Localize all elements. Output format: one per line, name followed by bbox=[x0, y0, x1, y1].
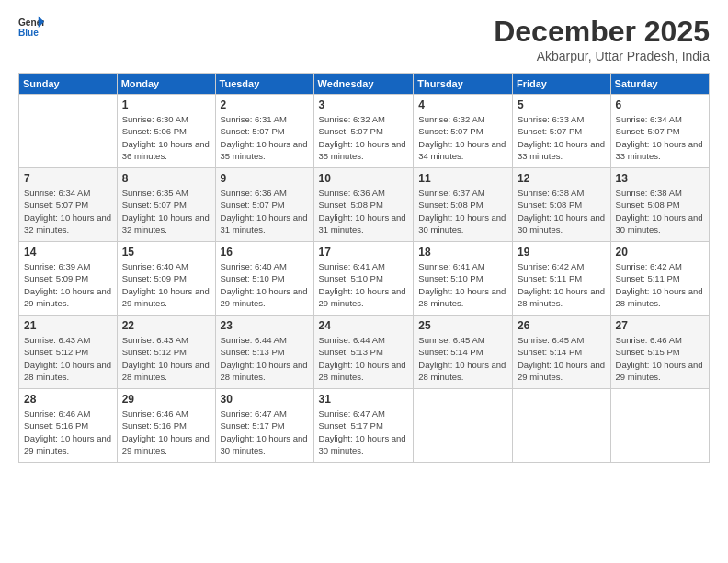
table-row: 14 Sunrise: 6:39 AMSunset: 5:09 PMDaylig… bbox=[19, 242, 118, 316]
day-detail: Sunrise: 6:45 AMSunset: 5:14 PMDaylight:… bbox=[518, 335, 605, 382]
day-detail: Sunrise: 6:33 AMSunset: 5:07 PMDaylight:… bbox=[518, 114, 605, 161]
table-row: 25 Sunrise: 6:45 AMSunset: 5:14 PMDaylig… bbox=[414, 316, 513, 389]
calendar-week-0: 1 Sunrise: 6:30 AMSunset: 5:06 PMDayligh… bbox=[19, 95, 710, 168]
col-friday: Friday bbox=[512, 74, 610, 95]
day-detail: Sunrise: 6:46 AMSunset: 5:15 PMDaylight:… bbox=[616, 335, 703, 382]
day-number: 23 bbox=[221, 319, 309, 332]
day-detail: Sunrise: 6:34 AMSunset: 5:07 PMDaylight:… bbox=[24, 188, 111, 235]
table-row: 22 Sunrise: 6:43 AMSunset: 5:12 PMDaylig… bbox=[117, 316, 215, 389]
table-row bbox=[512, 389, 610, 463]
col-saturday: Saturday bbox=[610, 74, 709, 95]
table-row bbox=[610, 389, 709, 463]
col-tuesday: Tuesday bbox=[215, 74, 313, 95]
day-number: 4 bbox=[418, 98, 507, 111]
col-thursday: Thursday bbox=[414, 74, 513, 95]
table-row bbox=[414, 389, 513, 463]
day-number: 12 bbox=[518, 172, 606, 185]
day-number: 13 bbox=[616, 172, 704, 185]
logo-icon: General Blue bbox=[18, 15, 44, 40]
table-row: 18 Sunrise: 6:41 AMSunset: 5:10 PMDaylig… bbox=[414, 242, 513, 316]
day-detail: Sunrise: 6:42 AMSunset: 5:11 PMDaylight:… bbox=[616, 261, 703, 308]
table-row: 17 Sunrise: 6:41 AMSunset: 5:10 PMDaylig… bbox=[313, 242, 414, 316]
day-number: 29 bbox=[122, 393, 210, 406]
day-number: 11 bbox=[418, 172, 507, 185]
table-row: 19 Sunrise: 6:42 AMSunset: 5:11 PMDaylig… bbox=[512, 242, 610, 316]
day-number: 15 bbox=[122, 246, 210, 259]
location: Akbarpur, Uttar Pradesh, India bbox=[494, 49, 710, 63]
table-row: 24 Sunrise: 6:44 AMSunset: 5:13 PMDaylig… bbox=[313, 316, 414, 389]
calendar-week-2: 14 Sunrise: 6:39 AMSunset: 5:09 PMDaylig… bbox=[19, 242, 710, 316]
table-row: 16 Sunrise: 6:40 AMSunset: 5:10 PMDaylig… bbox=[215, 242, 313, 316]
day-detail: Sunrise: 6:46 AMSunset: 5:16 PMDaylight:… bbox=[122, 408, 210, 455]
day-number: 9 bbox=[221, 172, 309, 185]
day-number: 8 bbox=[122, 172, 210, 185]
day-detail: Sunrise: 6:43 AMSunset: 5:12 PMDaylight:… bbox=[24, 335, 111, 382]
calendar-week-1: 7 Sunrise: 6:34 AMSunset: 5:07 PMDayligh… bbox=[19, 168, 710, 242]
day-detail: Sunrise: 6:47 AMSunset: 5:17 PMDaylight:… bbox=[221, 408, 308, 455]
day-detail: Sunrise: 6:38 AMSunset: 5:08 PMDaylight:… bbox=[616, 188, 703, 235]
day-number: 14 bbox=[24, 246, 112, 259]
table-row: 31 Sunrise: 6:47 AMSunset: 5:17 PMDaylig… bbox=[313, 389, 414, 463]
table-row: 6 Sunrise: 6:34 AMSunset: 5:07 PMDayligh… bbox=[610, 95, 709, 168]
day-detail: Sunrise: 6:30 AMSunset: 5:06 PMDaylight:… bbox=[122, 114, 210, 161]
calendar-header-row: Sunday Monday Tuesday Wednesday Thursday… bbox=[19, 74, 710, 95]
day-number: 20 bbox=[616, 246, 704, 259]
table-row: 10 Sunrise: 6:36 AMSunset: 5:08 PMDaylig… bbox=[313, 168, 414, 242]
day-number: 25 bbox=[418, 319, 507, 332]
day-detail: Sunrise: 6:44 AMSunset: 5:13 PMDaylight:… bbox=[221, 335, 308, 382]
table-row: 8 Sunrise: 6:35 AMSunset: 5:07 PMDayligh… bbox=[117, 168, 215, 242]
day-detail: Sunrise: 6:41 AMSunset: 5:10 PMDaylight:… bbox=[418, 261, 506, 308]
day-number: 6 bbox=[616, 98, 704, 111]
col-wednesday: Wednesday bbox=[313, 74, 414, 95]
day-number: 30 bbox=[221, 393, 309, 406]
calendar-week-3: 21 Sunrise: 6:43 AMSunset: 5:12 PMDaylig… bbox=[19, 316, 710, 389]
table-row: 2 Sunrise: 6:31 AMSunset: 5:07 PMDayligh… bbox=[215, 95, 313, 168]
table-row: 11 Sunrise: 6:37 AMSunset: 5:08 PMDaylig… bbox=[414, 168, 513, 242]
day-detail: Sunrise: 6:32 AMSunset: 5:07 PMDaylight:… bbox=[319, 114, 406, 161]
table-row: 1 Sunrise: 6:30 AMSunset: 5:06 PMDayligh… bbox=[117, 95, 215, 168]
day-detail: Sunrise: 6:40 AMSunset: 5:09 PMDaylight:… bbox=[122, 261, 210, 308]
day-number: 26 bbox=[518, 319, 606, 332]
month-title: December 2025 bbox=[494, 15, 710, 49]
day-number: 2 bbox=[221, 98, 309, 111]
table-row: 21 Sunrise: 6:43 AMSunset: 5:12 PMDaylig… bbox=[19, 316, 118, 389]
day-number: 10 bbox=[319, 172, 409, 185]
day-detail: Sunrise: 6:43 AMSunset: 5:12 PMDaylight:… bbox=[122, 335, 210, 382]
table-row: 15 Sunrise: 6:40 AMSunset: 5:09 PMDaylig… bbox=[117, 242, 215, 316]
day-number: 5 bbox=[518, 98, 606, 111]
day-number: 7 bbox=[24, 172, 112, 185]
table-row: 13 Sunrise: 6:38 AMSunset: 5:08 PMDaylig… bbox=[610, 168, 709, 242]
table-row: 26 Sunrise: 6:45 AMSunset: 5:14 PMDaylig… bbox=[512, 316, 610, 389]
day-number: 22 bbox=[122, 319, 210, 332]
page: General Blue December 2025 Akbarpur, Utt… bbox=[0, 0, 728, 563]
table-row bbox=[19, 95, 118, 168]
day-detail: Sunrise: 6:46 AMSunset: 5:16 PMDaylight:… bbox=[24, 408, 111, 455]
table-row: 7 Sunrise: 6:34 AMSunset: 5:07 PMDayligh… bbox=[19, 168, 118, 242]
day-detail: Sunrise: 6:36 AMSunset: 5:08 PMDaylight:… bbox=[319, 188, 406, 235]
table-row: 29 Sunrise: 6:46 AMSunset: 5:16 PMDaylig… bbox=[117, 389, 215, 463]
table-row: 28 Sunrise: 6:46 AMSunset: 5:16 PMDaylig… bbox=[19, 389, 118, 463]
day-number: 1 bbox=[122, 98, 210, 111]
day-number: 18 bbox=[418, 246, 507, 259]
day-detail: Sunrise: 6:37 AMSunset: 5:08 PMDaylight:… bbox=[418, 188, 506, 235]
day-number: 16 bbox=[221, 246, 309, 259]
day-detail: Sunrise: 6:36 AMSunset: 5:07 PMDaylight:… bbox=[221, 188, 308, 235]
table-row: 5 Sunrise: 6:33 AMSunset: 5:07 PMDayligh… bbox=[512, 95, 610, 168]
calendar-week-4: 28 Sunrise: 6:46 AMSunset: 5:16 PMDaylig… bbox=[19, 389, 710, 463]
day-number: 24 bbox=[319, 319, 409, 332]
day-detail: Sunrise: 6:40 AMSunset: 5:10 PMDaylight:… bbox=[221, 261, 308, 308]
day-detail: Sunrise: 6:35 AMSunset: 5:07 PMDaylight:… bbox=[122, 188, 210, 235]
col-sunday: Sunday bbox=[19, 74, 118, 95]
day-number: 17 bbox=[319, 246, 409, 259]
table-row: 4 Sunrise: 6:32 AMSunset: 5:07 PMDayligh… bbox=[414, 95, 513, 168]
day-number: 19 bbox=[518, 246, 606, 259]
table-row: 27 Sunrise: 6:46 AMSunset: 5:15 PMDaylig… bbox=[610, 316, 709, 389]
table-row: 9 Sunrise: 6:36 AMSunset: 5:07 PMDayligh… bbox=[215, 168, 313, 242]
col-monday: Monday bbox=[117, 74, 215, 95]
svg-text:Blue: Blue bbox=[18, 28, 39, 38]
day-detail: Sunrise: 6:47 AMSunset: 5:17 PMDaylight:… bbox=[319, 408, 406, 455]
logo: General Blue bbox=[18, 15, 44, 40]
day-number: 28 bbox=[24, 393, 112, 406]
header: General Blue December 2025 Akbarpur, Utt… bbox=[18, 15, 710, 63]
day-number: 31 bbox=[319, 393, 409, 406]
